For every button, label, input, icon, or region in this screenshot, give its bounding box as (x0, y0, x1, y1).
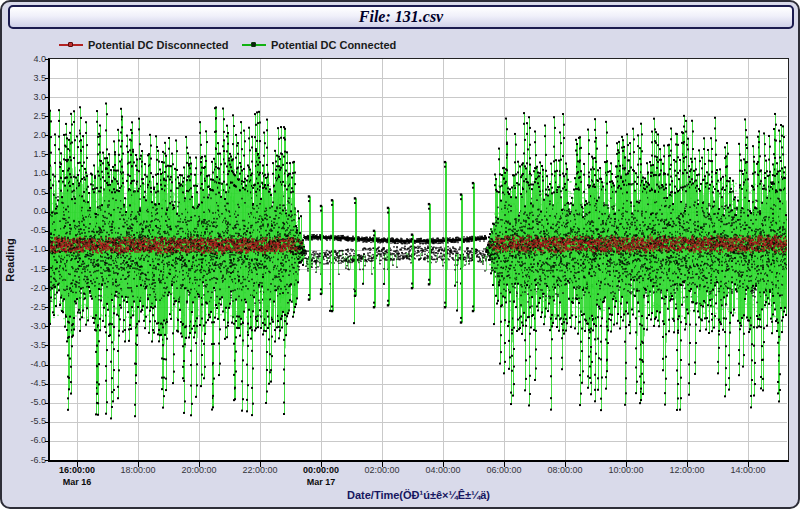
x-tick-date-label: Mar 17 (289, 477, 353, 487)
y-tick-mark (45, 422, 50, 423)
x-tick-time-label: 02:00:00 (350, 465, 414, 475)
x-tick-time-label: 20:00:00 (167, 465, 231, 475)
x-tick-time-label: 12:00:00 (655, 465, 719, 475)
y-tick-label: -5.0 (10, 397, 46, 408)
y-tick-mark (45, 384, 50, 385)
legend-item-dc-disconnected: Potential DC Disconnected (59, 38, 229, 52)
x-tick-time-label: 16:00:00 (45, 465, 109, 475)
x-tick-time-label: 00:00:00 (289, 465, 353, 475)
y-axis-title: Reading (4, 225, 16, 295)
y-tick-mark (45, 59, 50, 60)
y-tick-mark (45, 460, 50, 461)
y-tick-label: 0.0 (10, 206, 46, 217)
y-tick-label: -4.0 (10, 359, 46, 370)
x-tick-time-label: 14:00:00 (716, 465, 780, 475)
y-tick-label: 2.5 (10, 111, 46, 122)
y-tick-label: 1.0 (10, 168, 46, 179)
title-bar: File: 131.csv (8, 5, 794, 29)
y-tick-mark (45, 326, 50, 327)
x-tick-time-label: 04:00:00 (411, 465, 475, 475)
y-tick-label: -3.0 (10, 321, 46, 332)
y-tick-mark (45, 231, 50, 232)
y-tick-mark (45, 250, 50, 251)
x-tick-time-label: 10:00:00 (594, 465, 658, 475)
y-tick-mark (45, 154, 50, 155)
y-tick-label: -6.5 (10, 455, 46, 466)
y-tick-label: 1.5 (10, 149, 46, 160)
y-tick-mark (45, 403, 50, 404)
x-tick-time-label: 08:00:00 (533, 465, 597, 475)
y-tick-mark (45, 116, 50, 117)
x-tick-time-label: 22:00:00 (228, 465, 292, 475)
app-window: File: 131.csv Potential DC Disconnected … (0, 0, 800, 509)
plot-canvas[interactable] (50, 59, 787, 460)
y-tick-mark (45, 365, 50, 366)
y-tick-mark (45, 307, 50, 308)
legend-item-dc-connected: Potential DC Connected (242, 38, 396, 52)
y-tick-label: 4.0 (10, 54, 46, 65)
legend-marker-green-icon (242, 41, 266, 49)
y-tick-mark (45, 441, 50, 442)
legend-label-dc-connected: Potential DC Connected (271, 39, 396, 51)
y-tick-mark (45, 97, 50, 98)
y-tick-mark (45, 135, 50, 136)
y-tick-mark (45, 269, 50, 270)
plot-area[interactable] (48, 58, 789, 462)
legend-marker-red-icon (59, 41, 83, 49)
y-tick-mark (45, 174, 50, 175)
x-axis-title: Date/Time(ÖÐ¹ú±ê×¼Ê±¼ä) (50, 489, 787, 501)
legend-label-dc-disconnected: Potential DC Disconnected (88, 39, 229, 51)
x-tick-time-label: 06:00:00 (472, 465, 536, 475)
y-tick-label: 3.0 (10, 92, 46, 103)
x-tick-date-label: Mar 16 (45, 477, 109, 487)
y-tick-mark (45, 345, 50, 346)
y-tick-mark (45, 288, 50, 289)
y-tick-mark (45, 212, 50, 213)
y-tick-label: -2.5 (10, 302, 46, 313)
y-tick-label: -4.5 (10, 378, 46, 389)
y-tick-label: 3.5 (10, 73, 46, 84)
window-title: File: 131.csv (359, 8, 443, 26)
y-tick-label: -6.0 (10, 435, 46, 446)
y-tick-label: -3.5 (10, 340, 46, 351)
y-tick-label: 0.5 (10, 187, 46, 198)
chart-legend: Potential DC Disconnected Potential DC C… (2, 38, 800, 54)
y-tick-mark (45, 78, 50, 79)
y-tick-label: 2.0 (10, 130, 46, 141)
y-tick-label: -5.5 (10, 416, 46, 427)
x-tick-time-label: 18:00:00 (106, 465, 170, 475)
y-tick-mark (45, 193, 50, 194)
